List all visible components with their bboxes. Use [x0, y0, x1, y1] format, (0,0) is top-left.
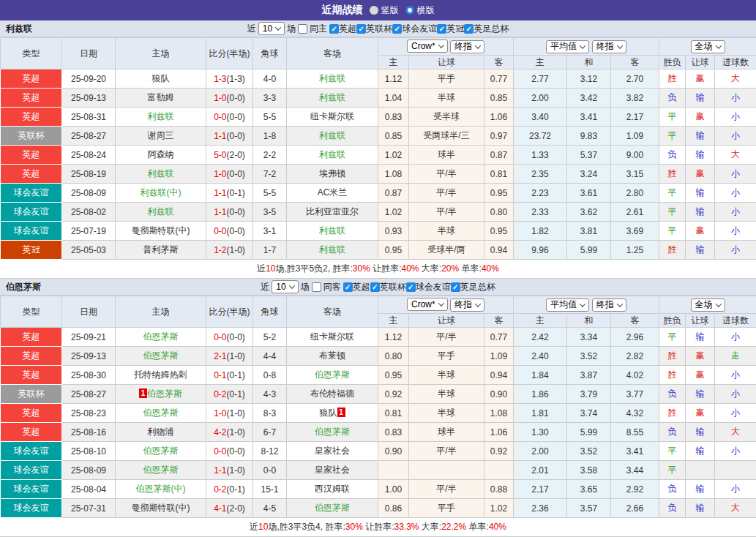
home-team-name[interactable]: 普利茅斯 [143, 244, 179, 255]
fulltime-scope-select[interactable]: 全场 [691, 298, 725, 312]
home-team-name[interactable]: 利兹联 [148, 111, 174, 121]
league-checkbox[interactable] [406, 282, 416, 292]
crow-final-select[interactable]: 终指 [450, 298, 484, 312]
recent-count-select[interactable]: 10 [258, 22, 285, 35]
away-team[interactable]: 纽卡斯尔联 [287, 108, 378, 127]
away-team[interactable]: AC米兰 [287, 184, 378, 203]
home-team[interactable]: 利兹联 [116, 165, 206, 184]
away-team-name[interactable]: 伯恩茅斯 [315, 369, 350, 380]
home-team-name[interactable]: 谢周三 [148, 130, 174, 140]
home-team[interactable]: 利兹联 [116, 108, 206, 127]
away-team-name[interactable]: 西汉姆联 [315, 484, 350, 494]
away-team[interactable]: 伯恩茅斯 [287, 366, 378, 385]
avg-final-select[interactable]: 终指 [592, 298, 626, 312]
away-team[interactable]: 皇家社会 [287, 461, 378, 480]
same-venue-checkbox[interactable] [298, 24, 307, 34]
away-team-name[interactable]: 利兹联 [319, 92, 345, 102]
home-team-name[interactable]: 阿森纳 [148, 149, 174, 159]
away-team-name[interactable]: 布伦特福德 [310, 388, 354, 399]
same-venue-checkbox[interactable] [312, 282, 321, 292]
away-team-name[interactable]: 伯恩茅斯 [315, 427, 350, 437]
crow-final-select[interactable]: 终指 [450, 40, 484, 53]
away-team[interactable]: 利兹联 [287, 241, 378, 260]
away-team-name[interactable]: 纽卡斯尔联 [310, 111, 354, 121]
league-checkbox[interactable] [343, 282, 353, 292]
home-team[interactable]: 伯恩茅斯 [116, 404, 206, 423]
home-team-name[interactable]: 利兹联(中) [141, 187, 181, 198]
home-team-name[interactable]: 伯恩茅斯 [143, 408, 179, 418]
recent-count-select[interactable]: 10 [272, 280, 298, 293]
home-team[interactable]: 利兹联 [116, 203, 206, 222]
radio-icon[interactable] [370, 6, 378, 15]
home-team-name[interactable]: 伯恩茅斯 [143, 350, 179, 361]
home-team[interactable]: 曼彻斯特联(中) [116, 499, 206, 518]
away-team[interactable]: 埃弗顿 [287, 165, 378, 184]
away-team[interactable]: 比利亚雷亚尔 [287, 203, 378, 222]
league-checkbox[interactable] [464, 24, 474, 34]
home-team-name[interactable]: 利兹联 [148, 206, 174, 217]
home-team-name[interactable]: 伯恩茅斯 [143, 446, 179, 456]
home-team-name[interactable]: 利物浦 [148, 427, 174, 437]
away-team[interactable]: 利兹联 [287, 89, 378, 108]
home-team[interactable]: 谢周三 [116, 127, 206, 146]
away-team-name[interactable]: AC米兰 [318, 187, 348, 198]
home-team-name[interactable]: 伯恩茅斯 [143, 331, 179, 342]
league-checkbox[interactable] [370, 282, 380, 292]
layout-radio-vertical[interactable]: 竖版 [370, 4, 399, 17]
away-team[interactable]: 纽卡斯尔联 [287, 328, 378, 347]
away-team-name[interactable]: 比利亚雷亚尔 [306, 206, 359, 217]
crow-odds-select[interactable]: Crow* [407, 40, 448, 53]
away-team-name[interactable]: 布莱顿 [319, 350, 345, 361]
home-team[interactable]: 富勒姆 [116, 89, 206, 108]
away-team-name[interactable]: 利兹联 [319, 149, 345, 159]
layout-radio-horizontal[interactable]: 横版 [405, 4, 435, 17]
radio-icon[interactable] [405, 6, 414, 15]
home-team[interactable]: 普利茅斯 [116, 241, 206, 260]
avg-final-select[interactable]: 终指 [592, 40, 626, 53]
home-team-name[interactable]: 曼彻斯特联(中) [132, 503, 190, 513]
away-team[interactable]: 利兹联 [287, 127, 378, 146]
away-team-name[interactable]: 皇家社会 [315, 465, 350, 475]
home-team-name[interactable]: 曼彻斯特联(中) [132, 225, 190, 236]
away-team[interactable]: 利兹联 [287, 70, 378, 89]
home-team-name[interactable]: 托特纳姆热刺 [135, 369, 187, 380]
league-checkbox[interactable] [356, 24, 366, 34]
home-team[interactable]: 利兹联(中) [116, 184, 206, 203]
home-team-name[interactable]: 伯恩茅斯 [143, 465, 179, 475]
away-team[interactable]: 伯恩茅斯 [287, 423, 378, 442]
home-team[interactable]: 曼彻斯特联(中) [116, 222, 206, 241]
away-team-name[interactable]: 皇家社会 [315, 446, 350, 456]
home-team-name[interactable]: 富勒姆 [148, 92, 174, 102]
home-team[interactable]: 伯恩茅斯 [116, 328, 206, 347]
league-checkbox[interactable] [392, 24, 402, 34]
home-team-name[interactable]: 狼队 [152, 73, 170, 83]
away-team[interactable]: 利兹联 [287, 146, 378, 165]
fulltime-scope-select[interactable]: 全场 [691, 40, 725, 53]
home-team-name[interactable]: 伯恩茅斯 [147, 388, 182, 399]
home-team[interactable]: 托特纳姆热刺 [116, 366, 206, 385]
away-team-name[interactable]: 利兹联 [319, 73, 345, 83]
league-checkbox[interactable] [329, 24, 339, 34]
avg-odds-select[interactable]: 平均值 [546, 40, 589, 53]
home-team[interactable]: 伯恩茅斯 [116, 347, 206, 366]
avg-odds-select[interactable]: 平均值 [546, 298, 589, 312]
away-team[interactable]: 伯恩茅斯 [287, 499, 378, 518]
home-team[interactable]: 伯恩茅斯 [116, 442, 206, 461]
home-team[interactable]: 阿森纳 [116, 146, 206, 165]
league-checkbox[interactable] [451, 282, 460, 292]
home-team[interactable]: 狼队 [116, 70, 206, 89]
home-team-name[interactable]: 利兹联 [148, 168, 174, 179]
away-team[interactable]: 狼队1 [287, 404, 378, 423]
crow-odds-select[interactable]: Crow* [407, 298, 448, 311]
away-team-name[interactable]: 埃弗顿 [319, 168, 345, 179]
away-team-name[interactable]: 利兹联 [319, 244, 345, 255]
away-team[interactable]: 利兹联 [287, 222, 378, 241]
home-team[interactable]: 伯恩茅斯(中) [116, 480, 206, 499]
away-team[interactable]: 西汉姆联 [287, 480, 378, 499]
home-team[interactable]: 伯恩茅斯 [116, 461, 206, 480]
away-team-name[interactable]: 伯恩茅斯 [315, 503, 350, 513]
home-team[interactable]: 利物浦 [116, 423, 206, 442]
away-team[interactable]: 布莱顿 [287, 347, 378, 366]
away-team[interactable]: 布伦特福德 [287, 385, 378, 404]
away-team-name[interactable]: 狼队 [320, 408, 337, 418]
